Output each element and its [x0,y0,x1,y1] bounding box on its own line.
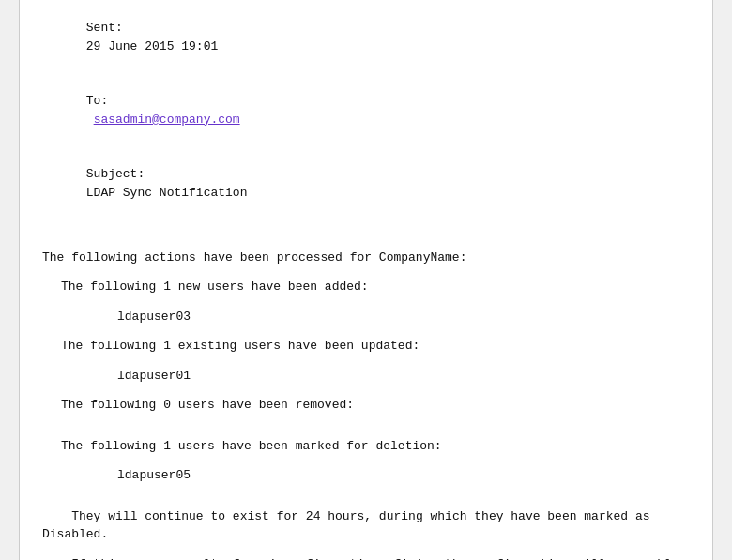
subject-line: Subject: LDAP Sync Notification [42,147,690,220]
deletion-note2-line: If this was a result of a misconfigurati… [42,555,690,560]
sent-label: Sent: [86,21,123,35]
deletion-user-line: ldapuser05 [42,466,690,485]
removed-header-line: The following 0 users have been removed: [42,396,690,415]
deletion-note1-line: They will continue to exist for 24 hours… [42,507,690,544]
to-line: To: sasadmin@company.com [42,74,690,147]
sent-value: 29 June 2015 19:01 [86,39,218,53]
sent-line: Sent: 29 June 2015 19:01 [42,1,690,74]
deletion-header-line: The following 1 users have been marked f… [42,437,690,456]
added-header-line: The following 1 new users have been adde… [42,278,690,296]
email-container: From: SAS 3.4 mailto:sas@company.com Sen… [19,0,713,560]
email-header: From: SAS 3.4 mailto:sas@company.com Sen… [42,0,690,220]
email-body: The following actions have been processe… [42,237,690,560]
updated-user-line: ldapuser01 [42,367,690,386]
to-label: To: [86,94,108,108]
subject-label: Subject: [86,167,145,181]
updated-header-line: The following 1 existing users have been… [42,337,690,356]
intro-line: The following actions have been processe… [42,249,690,267]
subject-value: LDAP Sync Notification [86,186,248,200]
added-user-line: ldapuser03 [42,308,690,326]
to-email-link[interactable]: sasadmin@company.com [94,113,240,127]
